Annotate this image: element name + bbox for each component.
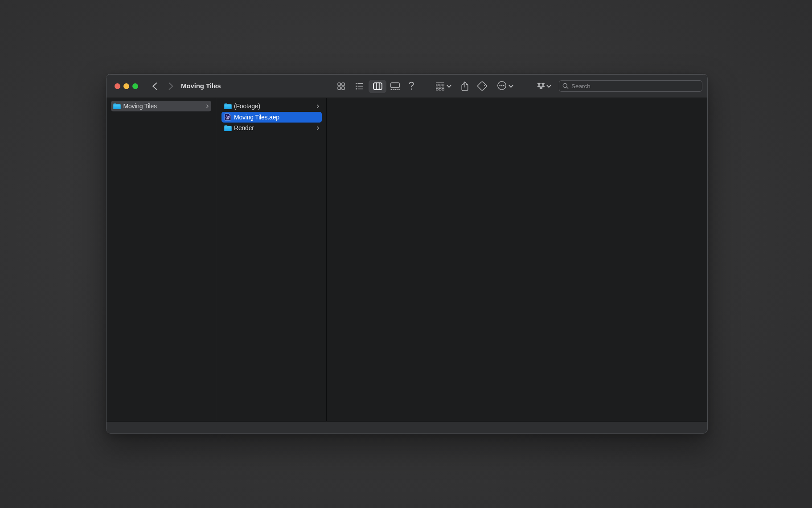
svg-text:Ae: Ae (226, 115, 230, 119)
svg-text:AEP: AEP (226, 118, 230, 120)
